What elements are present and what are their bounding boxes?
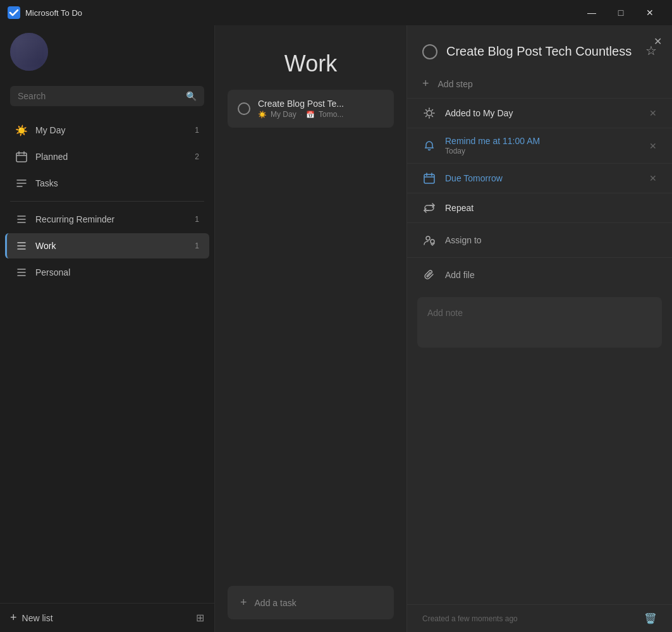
paperclip-icon — [422, 268, 436, 282]
sidebar-item-tasks[interactable]: Tasks — [5, 171, 209, 196]
list-icon — [15, 213, 28, 226]
sidebar-item-my-day[interactable]: ☀️ My Day 1 — [5, 118, 209, 143]
add-step-icon: + — [422, 77, 429, 90]
due-section[interactable]: Due Tomorrow ✕ — [407, 163, 672, 193]
add-note-label: Add note — [427, 308, 463, 318]
sidebar-item-label: Planned — [35, 152, 187, 162]
due-remove-button[interactable]: ✕ — [649, 173, 657, 183]
add-icon: + — [240, 596, 247, 609]
add-step-label: Add step — [438, 79, 473, 89]
my-day-meta-label: My Day — [271, 110, 296, 119]
my-day-section[interactable]: Added to My Day ✕ — [407, 98, 672, 128]
user-profile-area — [0, 25, 214, 78]
detail-panel: ✕ Create Blog Post Tech Countless ☆ + Ad… — [406, 25, 672, 632]
svg-point-27 — [426, 236, 430, 240]
my-day-count: 1 — [195, 126, 199, 135]
task-meta: ☀️ My Day · 📅 Tomo... — [258, 110, 384, 119]
add-file-label: Add file — [445, 270, 475, 280]
my-day-icon: ☀️ — [15, 124, 28, 137]
nav-divider — [10, 201, 204, 202]
assign-action[interactable]: Assign to — [407, 222, 672, 257]
list-icon — [15, 240, 28, 252]
main-panel: Work Create Blog Post Te... ☀️ My Day · … — [215, 25, 406, 632]
new-list-button[interactable]: + New list — [10, 611, 53, 624]
add-note-area[interactable]: Add note — [417, 297, 662, 348]
tasks-icon — [15, 177, 28, 190]
repeat-content: Repeat — [445, 203, 657, 213]
add-task-area[interactable]: + Add a task — [228, 586, 394, 619]
search-input[interactable] — [18, 91, 181, 101]
list-icon — [15, 266, 28, 279]
sidebar-item-recurring-reminder[interactable]: Recurring Reminder 1 — [5, 207, 209, 232]
svg-line-20 — [432, 116, 433, 117]
due-meta-label: Tomo... — [319, 110, 343, 119]
reminder-label: Remind me at 11:00 AM — [445, 136, 640, 146]
close-button[interactable]: ✕ — [635, 3, 664, 23]
new-list-label: New list — [22, 613, 53, 623]
add-file-action[interactable]: Add file — [407, 257, 672, 292]
recurring-count: 1 — [195, 215, 199, 224]
svg-point-14 — [427, 111, 432, 116]
svg-point-28 — [431, 240, 434, 243]
svg-rect-1 — [16, 153, 27, 162]
task-info: Create Blog Post Te... ☀️ My Day · 📅 Tom… — [258, 99, 384, 119]
add-task-label: Add a task — [255, 598, 296, 608]
my-day-content: Added to My Day — [445, 108, 640, 118]
nav-list: ☀️ My Day 1 Planned 2 — [0, 111, 214, 603]
reminder-sublabel: Today — [445, 147, 640, 155]
detail-close-button[interactable]: ✕ — [654, 35, 662, 47]
sidebar-item-label: Tasks — [35, 178, 199, 188]
plus-icon: + — [10, 611, 17, 624]
avatar — [10, 33, 48, 71]
assign-icon — [422, 233, 436, 247]
minimize-button[interactable]: — — [577, 3, 606, 23]
assign-label: Assign to — [445, 235, 482, 245]
created-label: Created a few moments ago — [422, 614, 518, 623]
title-bar: Microsoft To Do — □ ✕ — [0, 0, 672, 25]
task-main-title: Create Blog Post Tech Countless — [446, 43, 637, 59]
app-icon — [8, 6, 20, 19]
planned-icon — [15, 150, 28, 163]
sidebar-item-label: Work — [35, 241, 187, 251]
reminder-content: Remind me at 11:00 AM Today — [445, 136, 640, 155]
repeat-label: Repeat — [445, 203, 657, 213]
detail-header: Create Blog Post Tech Countless ☆ — [407, 25, 672, 70]
calendar-icon — [422, 171, 436, 185]
new-list-icon[interactable]: ⊞ — [196, 612, 204, 624]
sidebar-item-label: My Day — [35, 125, 187, 135]
repeat-section[interactable]: Repeat — [407, 193, 672, 222]
sidebar-item-label: Personal — [35, 267, 199, 277]
sidebar: 🔍 ☀️ My Day 1 Planned 2 — [0, 25, 215, 632]
task-complete-circle[interactable] — [422, 44, 437, 59]
cal-icon: 📅 — [306, 111, 315, 119]
sidebar-item-planned[interactable]: Planned 2 — [5, 144, 209, 169]
reminder-section[interactable]: Remind me at 11:00 AM Today ✕ — [407, 128, 672, 163]
window-controls: — □ ✕ — [577, 3, 664, 23]
search-bar[interactable]: 🔍 — [10, 86, 204, 106]
my-day-label: Added to My Day — [445, 108, 640, 118]
svg-line-19 — [426, 110, 427, 111]
svg-rect-23 — [424, 174, 434, 183]
sidebar-item-label: Recurring Reminder — [35, 214, 187, 224]
sidebar-footer: + New list ⊞ — [0, 603, 214, 632]
meta-sep: · — [300, 110, 302, 119]
main-panel-title: Work — [234, 51, 388, 77]
app-body: 🔍 ☀️ My Day 1 Planned 2 — [0, 25, 672, 632]
main-header: Work — [215, 25, 406, 90]
sidebar-item-personal[interactable]: Personal — [5, 260, 209, 285]
due-label: Due Tomorrow — [445, 173, 640, 183]
maximize-button[interactable]: □ — [606, 3, 635, 23]
note-container: Add note — [407, 292, 672, 604]
app-title: Microsoft To Do — [25, 8, 577, 18]
delete-task-button[interactable]: 🗑️ — [644, 612, 657, 624]
search-icon[interactable]: 🔍 — [186, 91, 197, 101]
task-item[interactable]: Create Blog Post Te... ☀️ My Day · 📅 Tom… — [228, 90, 394, 128]
bell-icon — [422, 139, 436, 153]
work-count: 1 — [195, 241, 199, 250]
task-circle[interactable] — [238, 102, 250, 115]
my-day-remove-button[interactable]: ✕ — [649, 108, 657, 118]
sidebar-item-work[interactable]: Work 1 — [5, 233, 209, 258]
add-step-row[interactable]: + Add step — [407, 70, 672, 98]
reminder-remove-button[interactable]: ✕ — [649, 141, 657, 151]
task-title: Create Blog Post Te... — [258, 99, 384, 109]
